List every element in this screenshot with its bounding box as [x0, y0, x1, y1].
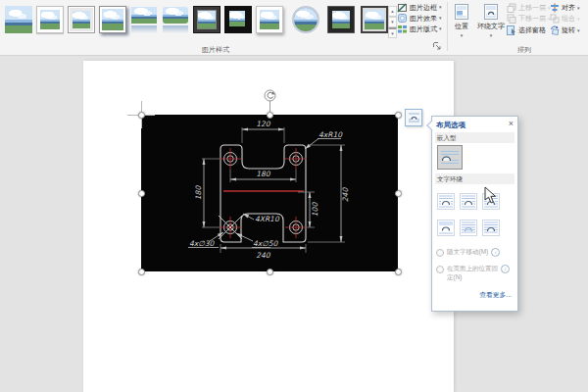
svg-text:120: 120 [256, 120, 271, 128]
position-button[interactable]: 位置 ▾ [449, 1, 474, 46]
gallery-scroll-up-button[interactable]: ▲ [388, 6, 397, 17]
group-button[interactable]: 组合 ▾ [550, 13, 580, 24]
chevron-down-icon: ▾ [439, 16, 442, 21]
chevron-down-icon: ▾ [577, 5, 580, 11]
landscape-icon [294, 8, 318, 31]
landscape-icon [163, 7, 188, 24]
resize-handle-bottom-left[interactable] [138, 269, 145, 275]
picture-effects-button[interactable]: 图片效果 ▾ [397, 13, 442, 24]
dimension-lines [188, 129, 341, 248]
ribbon: ▲ ▼ ▼ 图片边框 ▾ 图片效果 ▾ 图片版式 ▾ 位置 ▾ [0, 0, 588, 56]
wrap-option-tight[interactable] [460, 193, 477, 210]
picture-layout-icon [397, 24, 408, 34]
picture-border-label: 图片边框 [410, 3, 437, 13]
svg-text:180: 180 [194, 185, 203, 201]
rotate-button[interactable]: 旋转 ▾ [550, 24, 580, 35]
picture-border-button[interactable]: 图片边框 ▾ [397, 2, 442, 13]
picture-border-icon [397, 2, 408, 13]
square-wrap-icon [438, 194, 454, 209]
chevron-down-icon: ▾ [439, 26, 442, 31]
landscape-icon [5, 6, 32, 33]
position-icon [455, 4, 468, 20]
landscape-icon [260, 10, 279, 29]
bring-forward-label: 上移一层 [518, 3, 546, 13]
panel-title: 布局选项 [436, 121, 466, 130]
resize-handle-bottom-right[interactable] [395, 269, 402, 275]
in-front-of-text-icon [483, 220, 499, 235]
scroll-up-icon: ▲ [390, 9, 394, 14]
picture-layout-label: 图片版式 [410, 24, 437, 34]
picture-style-thumbnail[interactable] [162, 6, 189, 33]
tight-wrap-icon [461, 194, 476, 209]
picture-style-thumbnail[interactable] [193, 6, 220, 33]
rotate-label: 旋转 [562, 25, 575, 35]
landscape-icon [198, 11, 216, 28]
picture-styles-group-label: 图片样式 [202, 45, 229, 55]
landscape-icon [73, 11, 90, 28]
wrap-text-button[interactable]: 环绕文字 ▾ [476, 1, 506, 46]
behind-text-icon [461, 220, 476, 235]
rotate-handle[interactable] [264, 89, 276, 102]
layout-options-button-icon [408, 112, 420, 123]
radio-fixed-label: 在页面上的位置固定(N) [447, 265, 498, 282]
picture-style-thumbnail[interactable] [256, 6, 283, 33]
picture-style-thumbnail[interactable] [36, 6, 64, 33]
dimension-arrows [203, 128, 343, 250]
group-objects-icon [550, 14, 560, 24]
picture-style-thumbnail[interactable] [99, 6, 126, 33]
resize-handle-middle-right[interactable] [395, 190, 402, 197]
svg-text:100: 100 [311, 202, 319, 218]
radio-move-with-text[interactable]: 随文字移动(M) i [436, 248, 500, 257]
wrap-option-behind-text[interactable] [460, 220, 477, 236]
wrap-option-square[interactable] [437, 193, 455, 210]
selected-picture-cad-drawing[interactable]: 120 4xR10 180 180 100 240 4XR10 4x∅30 4x… [141, 115, 398, 271]
svg-text:240: 240 [256, 251, 271, 260]
picture-style-thumbnail[interactable] [130, 6, 158, 33]
landscape-icon [229, 11, 245, 26]
bring-forward-button[interactable]: 上移一层 ▾ [507, 2, 551, 13]
gallery-more-button[interactable]: ▼ [388, 27, 397, 38]
mouse-cursor [484, 186, 498, 206]
picture-style-thumbnail[interactable] [361, 6, 388, 33]
picture-style-thumbnail[interactable] [224, 6, 252, 33]
align-label: 对齐 [562, 3, 575, 13]
picture-effects-icon [397, 13, 408, 24]
landscape-icon [332, 11, 350, 28]
picture-style-thumbnail[interactable] [68, 6, 95, 33]
selection-pane-label: 选择窗格 [518, 25, 546, 35]
selection-pane-button[interactable]: 选择窗格 [507, 24, 546, 35]
scroll-down-icon: ▼ [390, 20, 394, 24]
gallery-scroll-down-button[interactable]: ▼ [388, 17, 397, 27]
wrap-option-inline-with-text[interactable] [437, 145, 463, 170]
resize-handle-bottom-center[interactable] [267, 269, 273, 275]
picture-style-thumbnail[interactable] [5, 6, 32, 33]
info-icon: i [491, 248, 500, 257]
resize-handle-top-left[interactable] [138, 112, 145, 119]
picture-layout-button[interactable]: 图片版式 ▾ [397, 24, 442, 34]
radio-fix-position[interactable]: 在页面上的位置固定(N) i [436, 265, 510, 282]
send-backward-icon [507, 14, 516, 24]
chevron-down-icon: ▾ [439, 5, 442, 10]
resize-handle-middle-left[interactable] [138, 190, 145, 197]
align-button[interactable]: 对齐 ▾ [550, 2, 580, 13]
send-backward-button[interactable]: 下移一层 ▾ [507, 13, 551, 24]
close-icon[interactable]: × [509, 119, 514, 128]
wrap-option-top-and-bottom[interactable] [437, 220, 455, 236]
landscape-icon [102, 9, 123, 30]
align-icon [550, 3, 560, 13]
see-more-link[interactable]: 查看更多... [479, 290, 512, 300]
dialog-launcher-icon[interactable] [432, 41, 442, 51]
bring-forward-icon [507, 3, 516, 13]
info-icon: i [501, 265, 510, 273]
landscape-icon [365, 10, 384, 29]
wrap-option-in-front-of-text[interactable] [482, 220, 500, 236]
radio-circle [436, 266, 444, 273]
resize-handle-top-center[interactable] [267, 112, 273, 119]
svg-text:4XR10: 4XR10 [255, 215, 280, 223]
rotate-handle-stem [270, 101, 270, 112]
picture-style-thumbnail[interactable] [292, 6, 319, 33]
radio-circle [436, 249, 444, 257]
layout-options-floating-button[interactable] [405, 109, 422, 126]
resize-handle-top-right[interactable] [395, 112, 402, 119]
picture-style-thumbnail[interactable] [327, 6, 355, 33]
